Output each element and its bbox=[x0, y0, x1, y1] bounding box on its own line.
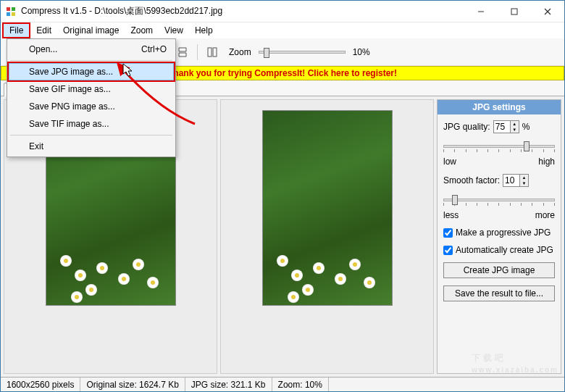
status-dimensions: 1600x2560 pixels bbox=[1, 378, 80, 391]
smooth-slider[interactable] bbox=[443, 194, 555, 210]
menu-open[interactable]: Open...Ctrl+O bbox=[9, 41, 174, 58]
zoom-label: Zoom bbox=[229, 47, 251, 57]
file-menu-dropdown: Open...Ctrl+O Save JPG image as... Save … bbox=[7, 38, 176, 157]
menu-save-gif[interactable]: Save GIF image as... bbox=[9, 80, 174, 98]
smooth-label: Smooth factor: bbox=[443, 175, 500, 185]
title-bar: Compress It v1.5 - D:\tools\桌面\5993ecb2d… bbox=[1, 1, 564, 22]
smooth-spinner[interactable]: 10 ▲▼ bbox=[503, 174, 529, 187]
create-jpg-button[interactable]: Create JPG image bbox=[443, 262, 555, 278]
svg-rect-14 bbox=[208, 48, 212, 57]
svg-rect-2 bbox=[7, 12, 10, 16]
compare-icon[interactable] bbox=[203, 43, 222, 62]
result-image bbox=[262, 110, 393, 306]
minimize-button[interactable] bbox=[464, 1, 498, 22]
status-jpg-size: JPG size: 321.1 Kb bbox=[185, 378, 272, 391]
svg-rect-3 bbox=[12, 12, 15, 16]
svg-rect-0 bbox=[7, 7, 10, 11]
settings-header: JPG settings bbox=[438, 100, 561, 114]
menu-bar: File Edit Original image Zoom View Help bbox=[1, 22, 564, 38]
menu-zoom[interactable]: Zoom bbox=[125, 24, 159, 37]
toolbar-separator bbox=[197, 44, 198, 60]
jpg-settings-panel: JPG settings JPG quality: 75 ▲▼ % bbox=[437, 99, 561, 374]
result-image-pane bbox=[220, 99, 434, 374]
menu-save-jpg[interactable]: Save JPG image as... bbox=[9, 63, 174, 80]
close-button[interactable] bbox=[531, 1, 564, 22]
quality-label: JPG quality: bbox=[443, 122, 490, 132]
menu-exit[interactable]: Exit bbox=[9, 138, 174, 155]
menu-edit[interactable]: Edit bbox=[30, 24, 57, 37]
menu-separator bbox=[10, 60, 172, 61]
progressive-checkbox[interactable]: Make a progressive JPG bbox=[443, 228, 555, 238]
save-result-button[interactable]: Save the result to file... bbox=[443, 285, 555, 301]
status-original-size: Original size: 1624.7 Kb bbox=[80, 378, 185, 391]
status-zoom: Zoom: 10% bbox=[272, 378, 329, 391]
app-icon bbox=[5, 6, 17, 17]
menu-save-tif[interactable]: Save TIF image as... bbox=[9, 115, 174, 133]
quality-slider[interactable] bbox=[443, 141, 555, 157]
zoom-value: 10% bbox=[353, 47, 370, 57]
menu-separator bbox=[10, 135, 172, 135]
svg-rect-15 bbox=[213, 48, 217, 57]
menu-save-png[interactable]: Save PNG image as... bbox=[9, 98, 174, 115]
menu-view[interactable]: View bbox=[159, 24, 189, 37]
auto-create-checkbox[interactable]: Automatically create JPG bbox=[443, 245, 555, 255]
svg-rect-1 bbox=[12, 7, 15, 11]
status-bar: 1600x2560 pixels Original size: 1624.7 K… bbox=[1, 377, 564, 391]
menu-original-image[interactable]: Original image bbox=[57, 24, 125, 37]
quality-spinner[interactable]: 75 ▲▼ bbox=[493, 120, 519, 133]
maximize-button[interactable] bbox=[498, 1, 531, 22]
menu-file[interactable]: File bbox=[2, 22, 30, 38]
svg-rect-5 bbox=[511, 9, 517, 14]
menu-help[interactable]: Help bbox=[189, 24, 219, 37]
zoom-slider[interactable] bbox=[259, 51, 346, 54]
window-title: Compress It v1.5 - D:\tools\桌面\5993ecb2d… bbox=[21, 5, 464, 17]
quality-unit: % bbox=[522, 122, 530, 132]
app-window: Compress It v1.5 - D:\tools\桌面\5993ecb2d… bbox=[0, 0, 565, 392]
